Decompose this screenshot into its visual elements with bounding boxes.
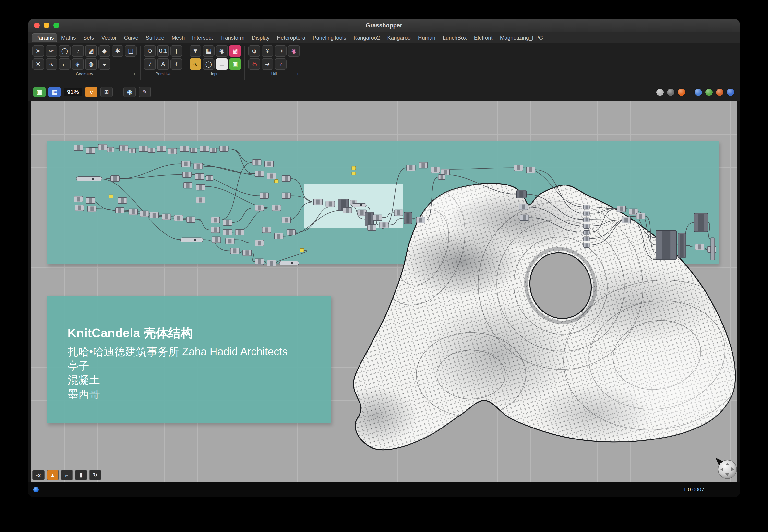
- relay-icon[interactable]: ψ: [248, 45, 260, 57]
- curve-icon[interactable]: ∿: [46, 58, 57, 70]
- rewind-button[interactable]: ↻: [89, 470, 101, 480]
- canvas-frame: KnitCandela 壳体结构 扎哈•哈迪德建筑事务所 Zaha Hadid …: [28, 101, 740, 482]
- version-label: 1.0.0007: [683, 486, 704, 492]
- cherry-picker-icon[interactable]: %: [248, 58, 260, 70]
- close-button[interactable]: [34, 23, 40, 28]
- group-expand-icon[interactable]: +: [297, 72, 299, 76]
- camera-blue2-button[interactable]: [726, 88, 735, 96]
- key-icon[interactable]: ⌐: [59, 58, 70, 70]
- graph-mapper-icon[interactable]: ∿: [189, 58, 201, 70]
- dial-icon[interactable]: ◯: [203, 58, 215, 70]
- group-expand-icon[interactable]: +: [238, 72, 240, 76]
- toolbar-separator: [140, 46, 140, 80]
- camera-green-button[interactable]: [705, 88, 713, 96]
- tab-lunchbox[interactable]: LunchBox: [440, 34, 470, 41]
- open-file-button[interactable]: ▣: [33, 87, 46, 97]
- text-icon[interactable]: A: [157, 58, 169, 70]
- data-dam-icon[interactable]: ◉: [288, 45, 300, 57]
- paint-tool-button[interactable]: ✎: [138, 87, 151, 97]
- data-tree-icon[interactable]: ¥: [262, 45, 273, 57]
- select-icon[interactable]: ➤: [32, 45, 44, 57]
- gumball-button[interactable]: ▮: [75, 470, 87, 480]
- sphere-icon[interactable]: ◍: [85, 58, 97, 70]
- tab-magnetizing_fpg[interactable]: Magnetizing_FPG: [497, 34, 546, 41]
- panel-icon[interactable]: ▦: [203, 45, 215, 57]
- tab-kangaroo[interactable]: Kangaroo: [384, 34, 413, 41]
- annotation-panel[interactable]: KnitCandela 壳体结构 扎哈•哈迪德建筑事务所 Zaha Hadid …: [47, 296, 331, 423]
- twisted-box-icon[interactable]: ◫: [125, 45, 137, 57]
- preview-eye-button[interactable]: ◉: [123, 87, 136, 97]
- expression-button[interactable]: -x: [32, 470, 45, 480]
- definition-canvas[interactable]: KnitCandela 壳体结构 扎哈•哈迪德建筑事务所 Zaha Hadid …: [31, 101, 737, 482]
- help-balloon-icon[interactable]: [33, 487, 39, 492]
- tab-human[interactable]: Human: [415, 34, 438, 41]
- tab-intersect[interactable]: Intersect: [189, 34, 216, 41]
- tab-kangaroo2[interactable]: Kangaroo2: [351, 34, 383, 41]
- tab-panelingtools[interactable]: PanelingTools: [310, 34, 349, 41]
- toolbar-group-primitive: ⊙0.1ʃ7A✳Primitive+: [144, 45, 182, 83]
- camera-red-button[interactable]: [716, 88, 724, 96]
- preview-shaded-button[interactable]: [677, 88, 686, 96]
- tab-sets[interactable]: Sets: [80, 34, 97, 41]
- navigation-ball[interactable]: [715, 457, 737, 480]
- number-slider-icon[interactable]: ▼: [189, 45, 201, 57]
- toolbar-separator: [185, 46, 186, 80]
- preview-wire-button[interactable]: [656, 88, 664, 96]
- titlebar[interactable]: Grasshopper: [28, 19, 740, 32]
- save-file-button[interactable]: ▦: [48, 87, 61, 97]
- asterisk-icon[interactable]: ✳: [170, 58, 182, 70]
- tab-curve[interactable]: Curve: [121, 34, 141, 41]
- zoom-button[interactable]: [53, 23, 59, 28]
- value-list-icon[interactable]: ☰: [216, 58, 228, 70]
- tab-params[interactable]: Params: [32, 34, 57, 41]
- number-icon[interactable]: 0.1: [157, 45, 169, 57]
- desktop-background: Grasshopper ParamsMathsSetsVectorCurveSu…: [0, 0, 768, 532]
- jump-out-icon[interactable]: ➜: [275, 45, 287, 57]
- tab-vector[interactable]: Vector: [98, 34, 119, 41]
- tab-transform[interactable]: Transform: [217, 34, 247, 41]
- annotation-line: 墨西哥: [68, 387, 321, 401]
- jump-in-icon[interactable]: ➜: [262, 58, 273, 70]
- tab-elefront[interactable]: Elefront: [471, 34, 496, 41]
- preview-off-button[interactable]: [667, 88, 675, 96]
- toolbar-separator: [245, 46, 245, 80]
- quick-toolbar: ▣▦ 91% v⊞ ◉✎: [28, 83, 740, 101]
- wrench-button[interactable]: ⌐: [61, 470, 73, 480]
- mesh-sphere-icon[interactable]: ◒: [98, 58, 110, 70]
- arc-icon[interactable]: ◔: [72, 45, 84, 57]
- tab-mesh[interactable]: Mesh: [169, 34, 188, 41]
- diamond-icon[interactable]: ◈: [72, 58, 84, 70]
- toolbar-group-label: Util+: [248, 71, 300, 77]
- camera-blue-button[interactable]: [694, 88, 702, 96]
- gradient-icon[interactable]: ▩: [229, 45, 241, 57]
- circle-icon[interactable]: ◯: [59, 45, 70, 57]
- group-expand-icon[interactable]: +: [133, 72, 136, 76]
- minimize-button[interactable]: [44, 23, 49, 28]
- toolbar-group-label: Geometry+: [32, 71, 137, 77]
- paint-button[interactable]: ▲: [46, 470, 59, 480]
- lasso-icon[interactable]: ✑: [46, 45, 57, 57]
- cancel-icon[interactable]: ✕: [32, 58, 44, 70]
- group-expand-icon[interactable]: +: [179, 72, 181, 76]
- box-icon[interactable]: ◆: [98, 45, 110, 57]
- toolbar-group-input: ▼▦◉▩∿◯☰▣Input+: [189, 45, 241, 83]
- zoom-dropdown-button[interactable]: v: [85, 87, 97, 97]
- galapagos-icon[interactable]: ♀: [275, 58, 287, 70]
- hatch-icon[interactable]: ▨: [85, 45, 97, 57]
- tab-maths[interactable]: Maths: [58, 34, 79, 41]
- node-group-rect-inner[interactable]: [304, 184, 403, 228]
- integer-icon[interactable]: 7: [144, 58, 156, 70]
- tab-surface[interactable]: Surface: [143, 34, 167, 41]
- colour-swatch-icon[interactable]: ▣: [229, 58, 241, 70]
- point-icon[interactable]: ⊙: [144, 45, 156, 57]
- tab-heteroptera[interactable]: Heteroptera: [274, 34, 308, 41]
- window-title: Grasshopper: [366, 22, 402, 29]
- annotation-line: 混凝土: [68, 373, 321, 387]
- knob-icon[interactable]: ◉: [216, 45, 228, 57]
- menu-tab-bar: ParamsMathsSetsVectorCurveSurfaceMeshInt…: [28, 32, 740, 43]
- snowflake-icon[interactable]: ✱: [112, 45, 123, 57]
- spiral-icon[interactable]: ʃ: [170, 45, 182, 57]
- canvas-mini-toolbar: -x▲⌐▮↻: [32, 470, 101, 480]
- tab-display[interactable]: Display: [249, 34, 272, 41]
- zoom-extents-button[interactable]: ⊞: [100, 87, 113, 97]
